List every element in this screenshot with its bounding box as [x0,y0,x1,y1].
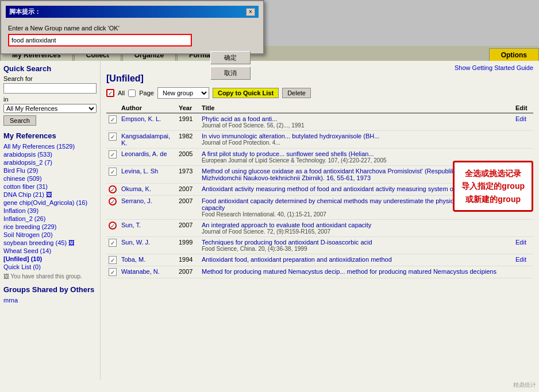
row-checkbox[interactable] [109,197,117,205]
in-label: in [3,96,97,103]
row-title: Techniques for producing food antioxidan… [199,237,513,254]
row-author: Levina, L. Sh [119,166,176,184]
table-header-row: Author Year Title Edit [106,103,533,113]
dialog-titlebar: 脚本提示： × [6,6,259,18]
row-title: Phytic acid as a food anti...Journal of … [199,113,513,131]
page-checkbox[interactable] [128,90,136,97]
row-year: 2007 [176,184,199,196]
row-checkbox[interactable] [109,268,117,276]
sidebar-item-all-refs[interactable]: All My References (1529) [3,142,97,150]
ok-button[interactable]: 确定 [210,51,251,64]
row-year: 1999 [176,237,199,254]
watermark: 精鼎统计 [513,381,536,389]
main-content: Show Getting Started Guide [Unfiled] All… [101,61,539,379]
col-title[interactable]: Title [199,103,513,113]
delete-button[interactable]: Delete [282,88,311,98]
col-author[interactable]: Author [119,103,176,113]
sidebar-item-unfiled[interactable]: [Unfiled] (10) [3,255,97,263]
group-name-input[interactable] [8,34,192,46]
copy-to-quick-list-button[interactable]: Copy to Quick List [213,88,279,98]
sidebar-item-birdflu[interactable]: Bird Flu (29) [3,166,97,174]
sidebar-item-soybeanbreeding[interactable]: soybean breeding (45) 🖼 [3,239,97,247]
sidebar-item-inflation2[interactable]: Inflation_2 (26) [3,215,97,223]
row-journal: Food Science, China. 20, (4):36-38, 1999 [202,246,511,252]
shared-note: 🖼 You have shared this group. [3,273,97,280]
col-edit: Edit [513,103,533,113]
col-checkbox [106,103,119,113]
getting-started-link[interactable]: Show Getting Started Guide [106,64,533,71]
dialog-close-button[interactable]: × [246,8,255,16]
dialog-instruction: Enter a New Group name and click 'OK' [8,25,256,32]
search-input[interactable] [3,83,97,94]
tab-options[interactable]: Options [489,48,539,61]
toolbar: All Page New group Copy to Quick List De… [106,87,533,99]
row-edit: Edit [513,113,533,131]
row-checkbox[interactable] [109,256,117,264]
sidebar-item-genechip[interactable]: gene chip(Ovid_Agricola) (16) [3,199,97,207]
new-group-select[interactable]: New group [157,87,209,99]
row-year: 2007 [176,196,199,220]
row-checkbox[interactable] [109,168,117,176]
my-refs-title: My References [3,131,97,140]
row-checkbox[interactable] [109,150,117,158]
sidebar-item-arabidopsis2[interactable]: arabidopsis_2 (7) [3,158,97,166]
annotation-line3: 或新建的group [461,193,525,205]
row-checkbox[interactable] [109,185,117,193]
row-journal: Journal of Food Science. 72, (9):R159-R1… [202,228,511,235]
row-journal: Food Research International. 40, (1):15-… [202,211,511,218]
row-year: 2007 [176,266,199,278]
search-button[interactable]: Search [3,115,36,126]
table-row: Toba, M.1994Antioxidant food, antioxidan… [106,254,533,266]
row-author: Serrano, J. [119,196,176,220]
row-title: An integrated approach to evaluate food … [199,220,513,237]
quick-search-title: Quick Search [3,64,97,73]
page-label: Page [139,90,154,96]
sidebar-item-arabidopsis[interactable]: arabidopsis (533) [3,150,97,158]
dialog-buttons: 确定 取消 [210,51,251,80]
sidebar: Quick Search Search for in All My Refere… [0,61,101,379]
search-scope-select[interactable]: All My References [3,104,97,113]
row-year: 1991 [176,113,199,131]
dialog-body: Enter a New Group name and click 'OK' 确定… [6,22,259,49]
cancel-button[interactable]: 取消 [210,67,251,80]
row-journal: Journal of Food Protection. 4... [202,139,511,146]
row-checkbox[interactable] [109,239,117,247]
dialog-title: 脚本提示： [9,7,41,16]
sidebar-item-ricebreeding[interactable]: rice breeding (229) [3,223,97,231]
sidebar-item-dnachip[interactable]: DNA Chip (21) 🖼 [3,191,97,199]
sidebar-item-soilnitrogen[interactable]: Soil Nitrogen (20) [3,231,97,239]
col-year[interactable]: Year [176,103,199,113]
row-checkbox[interactable] [109,222,117,230]
sidebar-item-mrna[interactable]: mrna [3,296,97,304]
row-author: Kangsadalampai, K. [119,131,176,149]
row-year: 2007 [176,220,199,237]
sidebar-item-quicklist[interactable]: Quick List (0) [3,263,97,271]
sidebar-item-chinese[interactable]: chinese (509) [3,174,97,183]
row-checkbox[interactable] [109,115,117,123]
table-row: Watanabe, N.2007Method for producing mat… [106,266,533,278]
row-author: Watanabe, N. [119,266,176,278]
row-edit [513,266,533,278]
row-author: Okuma, K. [119,184,176,196]
row-edit: Edit [513,237,533,254]
row-checkbox[interactable] [109,133,117,141]
table-row: Sun, T.2007An integrated approach to eva… [106,220,533,237]
table-row: Empson, K. L.1991Phytic acid as a food a… [106,113,533,131]
sidebar-item-inflation[interactable]: Inflation (39) [3,207,97,215]
row-journal: Journal of Food Science. 56, (2)..., 199… [202,122,511,129]
sidebar-item-wheatseed[interactable]: Wheat Seed (14) [3,247,97,255]
row-author: Toba, M. [119,254,176,266]
sidebar-item-cotton[interactable]: cotton fiber (31) [3,183,97,191]
row-year: 1994 [176,254,199,266]
row-edit: Edit [513,254,533,266]
search-for-label: Search for [3,75,97,82]
select-all-checkbox[interactable] [106,89,114,97]
row-year: 1982 [176,131,199,149]
groups-shared-title: Groups Shared by Others [3,285,97,294]
row-title: Antioxidant food, antioxidant preparatio… [199,254,513,266]
row-year: 1973 [176,166,199,184]
table-row: Sun, W. J.1999Techniques for producing f… [106,237,533,254]
annotation-box: 全选或挑选记录 导入指定的group 或新建的group [453,161,533,212]
row-author: Empson, K. L. [119,113,176,131]
row-edit [513,131,533,149]
